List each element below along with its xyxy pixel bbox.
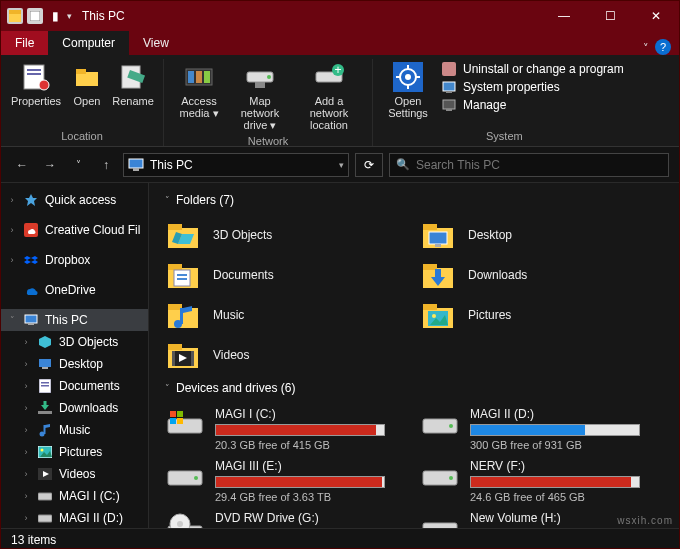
access-media-button[interactable]: Access media ▾ (172, 59, 226, 121)
documents-icon (37, 378, 53, 394)
music-icon (165, 297, 201, 333)
address-dropdown-icon[interactable]: ▾ (339, 160, 344, 170)
svg-rect-47 (41, 382, 49, 384)
refresh-button[interactable]: ⟳ (355, 153, 383, 177)
sidebar-item-music[interactable]: ›Music (1, 419, 148, 441)
drive-dvd[interactable]: DVD DVD RW Drive (G:) (159, 507, 414, 528)
uninstall-icon (441, 61, 457, 77)
open-settings-button[interactable]: Open Settings (381, 59, 435, 121)
sidebar-item-desktop[interactable]: ›Desktop (1, 353, 148, 375)
sidebar-item-3d-objects[interactable]: ›3D Objects (1, 331, 148, 353)
navigation-pane: ›Quick access ›Creative Cloud Fil ›Dropb… (1, 183, 149, 528)
desktop-icon (420, 217, 456, 253)
svg-rect-14 (204, 71, 210, 83)
folder-documents[interactable]: Documents (159, 255, 414, 295)
tab-view[interactable]: View (129, 31, 183, 55)
close-button[interactable]: ✕ (633, 1, 679, 31)
map-network-drive-button[interactable]: Map network drive ▾ (228, 59, 292, 133)
drive-icon (420, 511, 460, 528)
group-header-drives[interactable]: ˅Devices and drives (6) (165, 381, 669, 395)
up-button[interactable]: ↑ (95, 154, 117, 176)
manage-button[interactable]: Manage (441, 97, 624, 113)
folder-desktop[interactable]: Desktop (414, 215, 669, 255)
ribbon-tabs: File Computer View ˅ ? (1, 31, 679, 55)
quick-access-toolbar: ▮ ▾ (7, 8, 72, 24)
drive-magi3[interactable]: MAGI III (E:)29.4 GB free of 3.63 TB (159, 455, 414, 507)
svg-rect-30 (446, 91, 452, 93)
window-title: This PC (82, 9, 125, 23)
this-pc-addr-icon (128, 158, 144, 172)
svg-rect-34 (133, 168, 139, 171)
sidebar-item-videos[interactable]: ›Videos (1, 463, 148, 485)
folder-videos[interactable]: Videos (159, 335, 414, 375)
sidebar-item-magi2[interactable]: ›MAGI II (D:) (1, 507, 148, 528)
qat-dropdown-icon[interactable]: ▾ (67, 11, 72, 21)
chevron-icon: › (21, 469, 31, 479)
properties-button[interactable]: Properties (9, 59, 63, 109)
drive-icon (420, 407, 460, 439)
tab-file[interactable]: File (1, 31, 48, 55)
svg-point-103 (194, 476, 198, 480)
folder-3d-objects[interactable]: 3D Objects (159, 215, 414, 255)
svg-rect-76 (180, 308, 183, 324)
svg-point-56 (41, 449, 44, 452)
qat-separator-icon: ▮ (47, 8, 63, 24)
svg-rect-41 (25, 315, 37, 323)
back-button[interactable]: ← (11, 154, 33, 176)
status-bar: 13 items (1, 528, 679, 549)
navigation-bar: ← → ˅ ↑ This PC ▾ ⟳ 🔍 (1, 147, 679, 183)
os-drive-icon (165, 407, 205, 439)
help-button[interactable]: ? (655, 39, 671, 55)
drive-magi1[interactable]: MAGI I (C:)20.3 GB free of 415 GB (159, 403, 414, 455)
forward-button[interactable]: → (39, 154, 61, 176)
group-header-folders[interactable]: ˅Folders (7) (165, 193, 669, 207)
chevron-down-icon: ˅ (165, 195, 170, 205)
svg-rect-45 (42, 367, 48, 369)
system-properties-button[interactable]: System properties (441, 79, 624, 95)
svg-text:+: + (334, 64, 341, 77)
svg-point-23 (405, 74, 411, 80)
ribbon-collapse-icon[interactable]: ˅ (643, 42, 649, 55)
drive-icon (37, 510, 53, 526)
sidebar-item-documents[interactable]: ›Documents (1, 375, 148, 397)
search-input[interactable] (416, 158, 662, 172)
folder-music[interactable]: Music (159, 295, 414, 335)
tab-computer[interactable]: Computer (48, 31, 129, 55)
properties-qat-icon[interactable] (27, 8, 43, 24)
sidebar-item-this-pc[interactable]: ˅This PC (1, 309, 148, 331)
svg-rect-87 (435, 244, 441, 247)
sidebar-item-dropbox[interactable]: ›Dropbox (1, 249, 148, 271)
ribbon-group-system: Open Settings Uninstall or change a prog… (373, 59, 636, 146)
svg-rect-72 (177, 278, 187, 280)
sidebar-item-quick-access[interactable]: ›Quick access (1, 189, 148, 211)
chevron-icon: › (7, 255, 17, 265)
svg-marker-39 (24, 260, 31, 264)
folder-pictures[interactable]: Pictures (414, 295, 669, 335)
search-box[interactable]: 🔍 (389, 153, 669, 177)
uninstall-program-button[interactable]: Uninstall or change a program (441, 61, 624, 77)
properties-icon (20, 61, 52, 93)
drive-magi2[interactable]: MAGI II (D:)300 GB free of 931 GB (414, 403, 669, 455)
svg-rect-89 (423, 264, 437, 270)
add-network-location-button[interactable]: + Add a network location (294, 59, 364, 133)
folder-downloads[interactable]: Downloads (414, 255, 669, 295)
minimize-button[interactable]: — (541, 1, 587, 31)
sidebar-item-downloads[interactable]: ›Downloads (1, 397, 148, 419)
sidebar-item-pictures[interactable]: ›Pictures (1, 441, 148, 463)
sidebar-item-creative-cloud[interactable]: ›Creative Cloud Fil (1, 219, 148, 241)
sidebar-item-onedrive[interactable]: OneDrive (1, 279, 148, 301)
rename-button[interactable]: Rename (111, 59, 155, 109)
3d-objects-icon (165, 217, 201, 253)
svg-rect-51 (44, 401, 47, 406)
sidebar-item-magi1[interactable]: ›MAGI I (C:) (1, 485, 148, 507)
svg-marker-54 (45, 424, 50, 428)
address-bar[interactable]: This PC ▾ (123, 153, 349, 177)
search-icon: 🔍 (396, 158, 410, 171)
videos-icon (165, 337, 201, 373)
svg-rect-65 (168, 224, 182, 230)
recent-locations-button[interactable]: ˅ (67, 154, 89, 176)
maximize-button[interactable]: ☐ (587, 1, 633, 31)
open-button[interactable]: Open (65, 59, 109, 109)
drive-nerv[interactable]: NERV (F:)24.6 GB free of 465 GB (414, 455, 669, 507)
chevron-icon: › (21, 381, 31, 391)
